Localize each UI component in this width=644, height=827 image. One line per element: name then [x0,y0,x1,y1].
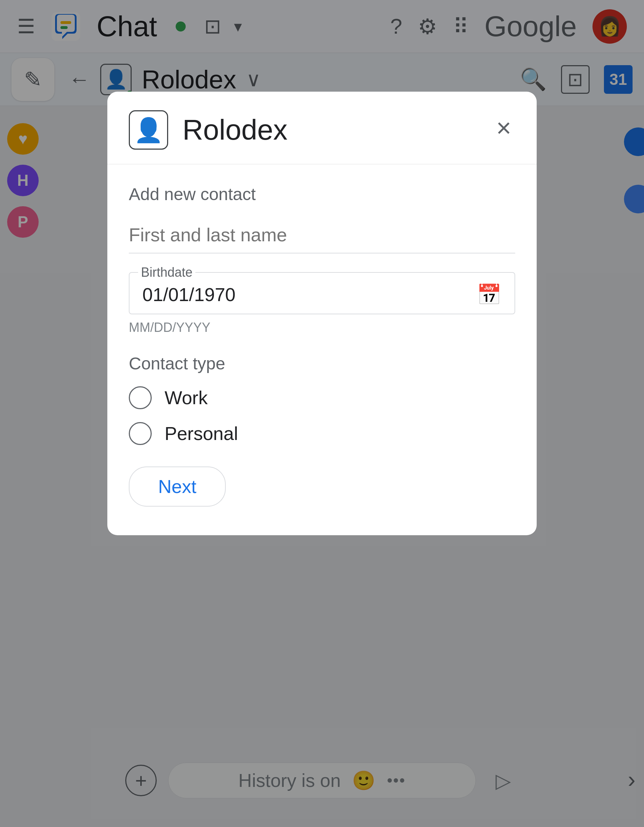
birthdate-input-row: 01/01/1970 📅 [142,283,502,306]
close-button[interactable]: × [490,114,518,142]
close-icon: × [496,113,511,142]
radio-personal-circle[interactable] [129,422,152,445]
name-input[interactable] [129,217,515,253]
radio-personal-label: Personal [165,423,238,444]
section-label: Add new contact [129,184,515,204]
modal-body: Add new contact Birthdate 01/01/1970 📅 M… [107,164,537,535]
contact-type-label: Contact type [129,354,515,373]
radio-personal[interactable]: Personal [129,422,515,445]
radio-work-label: Work [165,387,207,409]
contact-person-icon: 👤 [134,116,163,144]
modal-header: 👤 Rolodex × [107,92,537,164]
modal-logo: 👤 [129,110,168,150]
next-button[interactable]: Next [129,467,226,507]
calendar-picker-icon[interactable]: 📅 [476,283,502,306]
radio-work-circle[interactable] [129,386,152,409]
rolodex-modal: 👤 Rolodex × Add new contact Birthdate 01… [107,92,537,535]
format-hint: MM/DD/YYYY [129,320,515,335]
birthdate-label: Birthdate [138,265,195,280]
radio-work[interactable]: Work [129,386,515,409]
modal-title: Rolodex [182,114,288,147]
birthdate-value[interactable]: 01/01/1970 [142,284,235,305]
birthdate-field: Birthdate 01/01/1970 📅 [129,272,515,314]
contact-type-group: Work Personal [129,386,515,445]
